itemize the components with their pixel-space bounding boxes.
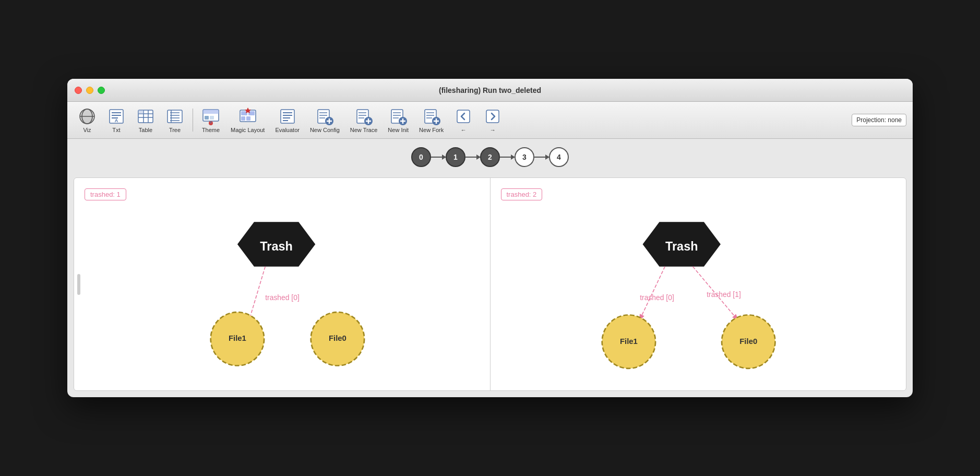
projection-badge[interactable]: Projection: none — [852, 114, 906, 126]
magic-layout-label: Magic Layout — [231, 127, 265, 133]
evaluator-label: Evaluator — [275, 127, 299, 133]
timeline-area: 0 1 2 3 4 — [67, 139, 913, 173]
main-content: trashed: 1 Trash trashed [0] — [74, 177, 906, 391]
timeline-node-0-label: 0 — [419, 153, 423, 161]
new-init-icon — [389, 107, 408, 126]
forward-label: → — [490, 127, 496, 133]
new-trace-label: New Trace — [350, 127, 378, 133]
magic-layout-button[interactable]: Magic Layout — [226, 105, 269, 135]
timeline-node-2-label: 2 — [488, 153, 492, 161]
new-config-button[interactable]: New Config — [306, 105, 344, 135]
new-fork-label: New Fork — [419, 127, 444, 133]
right-panel: trashed: 2 Trash — [491, 178, 906, 390]
evaluator-button[interactable]: Evaluator — [271, 105, 303, 135]
tree-label: Tree — [169, 127, 181, 133]
timeline-arrow-3 — [534, 157, 549, 158]
back-icon — [454, 107, 473, 126]
edge-label-1-right: trashed [1] — [707, 290, 741, 299]
new-config-icon — [315, 107, 334, 126]
maximize-button[interactable] — [98, 87, 105, 94]
file1-label-right: File1 — [619, 337, 637, 346]
timeline-node-2[interactable]: 2 — [480, 147, 500, 167]
table-button[interactable]: Table — [132, 105, 159, 135]
tree-button[interactable]: Tree — [161, 105, 188, 135]
timeline-arrow-0 — [431, 157, 446, 158]
svg-rect-24 — [210, 116, 214, 120]
svg-text:A: A — [115, 118, 118, 123]
svg-rect-31 — [246, 116, 250, 121]
edge-label-0-left: trashed [0] — [265, 293, 300, 302]
svg-rect-22 — [203, 110, 219, 114]
timeline-node-1[interactable]: 1 — [446, 147, 465, 167]
trashed-label-left: trashed: 1 — [85, 188, 126, 200]
left-diagram-svg: Trash trashed [0] File1 File0 — [85, 211, 480, 378]
new-trace-button[interactable]: New Trace — [346, 105, 382, 135]
svg-rect-33 — [281, 110, 294, 123]
txt-icon: A — [107, 107, 126, 126]
back-button[interactable]: ← — [450, 105, 477, 135]
timeline-node-4-label: 4 — [557, 153, 561, 161]
forward-icon — [483, 107, 502, 126]
trash-label-right: Trash — [665, 240, 698, 253]
traffic-lights — [75, 87, 105, 94]
txt-label: Txt — [112, 127, 120, 133]
new-fork-button[interactable]: New Fork — [415, 105, 448, 135]
magic-layout-icon — [238, 107, 257, 126]
evaluator-icon — [278, 107, 297, 126]
close-button[interactable] — [75, 87, 82, 94]
forward-button[interactable]: → — [479, 105, 506, 135]
txt-button[interactable]: A Txt — [103, 105, 130, 135]
edge-label-0-right: trashed [0] — [640, 293, 674, 302]
theme-button[interactable]: Theme — [197, 105, 224, 135]
file0-label-right: File0 — [739, 337, 757, 346]
title-bar: (filesharing) Run two_deleted — [67, 79, 913, 102]
viz-label: Viz — [83, 127, 91, 133]
edge-trash-file1-left — [248, 267, 265, 323]
table-label: Table — [139, 127, 152, 133]
tree-icon — [165, 107, 184, 126]
timeline-node-3[interactable]: 3 — [515, 147, 534, 167]
back-label: ← — [461, 127, 467, 133]
left-panel: trashed: 1 Trash trashed [0] — [74, 178, 491, 390]
main-window: (filesharing) Run two_deleted Viz — [67, 79, 913, 397]
svg-rect-14 — [138, 110, 144, 114]
minimize-button[interactable] — [86, 87, 93, 94]
trash-label-left: Trash — [260, 240, 293, 253]
svg-rect-66 — [457, 110, 470, 123]
new-trace-icon — [354, 107, 373, 126]
svg-rect-23 — [205, 116, 209, 120]
timeline-node-3-label: 3 — [522, 153, 527, 161]
timeline-node-1-label: 1 — [453, 153, 458, 161]
viz-button[interactable]: Viz — [74, 105, 101, 135]
theme-label: Theme — [202, 127, 220, 133]
window-title: (filesharing) Run two_deleted — [439, 86, 541, 94]
timeline-node-4[interactable]: 4 — [549, 147, 569, 167]
separator-1 — [193, 109, 193, 132]
new-init-label: New Init — [388, 127, 409, 133]
timeline: 0 1 2 3 4 — [411, 147, 569, 167]
svg-rect-67 — [486, 110, 499, 123]
new-config-label: New Config — [310, 127, 340, 133]
trashed-label-right: trashed: 2 — [501, 188, 543, 200]
theme-icon — [201, 107, 220, 126]
timeline-arrow-1 — [465, 157, 480, 158]
timeline-node-0[interactable]: 0 — [411, 147, 431, 167]
table-icon — [136, 107, 155, 126]
file1-label-left: File1 — [229, 334, 246, 342]
new-init-button[interactable]: New Init — [384, 105, 413, 135]
new-fork-icon — [422, 107, 441, 126]
right-diagram-svg: Trash trashed [0] trashed [1] — [501, 211, 896, 378]
timeline-arrow-2 — [500, 157, 515, 158]
viz-icon — [78, 107, 97, 126]
svg-rect-30 — [241, 116, 245, 121]
file0-label-left: File0 — [329, 334, 346, 342]
toolbar: Viz A Txt — [67, 102, 913, 139]
